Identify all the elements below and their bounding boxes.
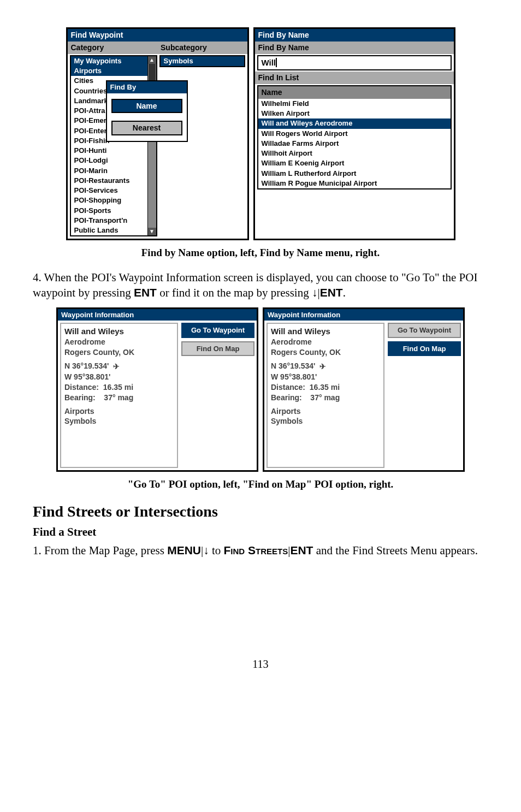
list-item[interactable]: Willadae Farms Airport <box>258 139 451 149</box>
waypoint-info-screen-goto: Waypoint Information Will and Wileys Aer… <box>56 307 258 472</box>
waypoint-county: Rogers County, OK <box>271 347 380 358</box>
airport-icon: ✈ <box>317 361 326 372</box>
search-value: Will <box>262 58 276 67</box>
scroll-down-icon[interactable]: ▼ <box>148 228 156 235</box>
list-item[interactable]: POI-Sports <box>71 206 147 216</box>
waypoint-name: Will and Wileys <box>271 326 380 337</box>
figure1-caption: Find by Name option, left, Find by Name … <box>33 246 488 260</box>
find-by-nearest-button[interactable]: Nearest <box>111 121 182 135</box>
waypoint-details: Will and Wileys Aerodrome Rogers County,… <box>60 323 178 468</box>
waypoint-details: Will and Wileys Aerodrome Rogers County,… <box>267 323 384 468</box>
step-4-text: 4. When the POI's Waypoint Information s… <box>33 270 488 301</box>
list-item[interactable]: POI-Restaurants <box>71 176 147 186</box>
list-item[interactable]: Wilhelmi Field <box>258 99 451 109</box>
list-item[interactable]: Wilken Airport <box>258 109 451 118</box>
list-item[interactable]: Symbols <box>161 56 244 66</box>
airport-icon: ✈ <box>111 361 120 372</box>
waypoint-sub: Aerodrome <box>271 337 380 347</box>
list-item[interactable]: Willhoit Airport <box>258 149 451 158</box>
search-input[interactable]: Will <box>257 55 452 70</box>
find-in-list-label: Find In List <box>255 72 454 84</box>
go-to-waypoint-button[interactable]: Go To Waypoint <box>181 323 254 338</box>
go-to-waypoint-button[interactable]: Go To Waypoint <box>388 323 461 338</box>
window-title: Waypoint Information <box>264 309 463 321</box>
waypoint-lat: N 36°19.534' <box>64 361 109 370</box>
waypoint-sub: Aerodrome <box>64 337 174 347</box>
waypoint-category: Airports <box>64 406 174 417</box>
find-by-name-button[interactable]: Name <box>111 99 182 114</box>
waypoint-name: Will and Wileys <box>64 326 174 337</box>
results-list[interactable]: Name Wilhelmi Field Wilken Airport Will … <box>257 85 452 189</box>
list-item[interactable]: My Waypoints <box>71 56 147 66</box>
find-by-popup: Find By Name Nearest <box>106 80 188 142</box>
list-item[interactable]: William R Pogue Municipal Airport <box>258 179 451 188</box>
window-title: Find Waypoint <box>68 29 247 42</box>
page-number: 113 <box>33 657 488 672</box>
find-by-name-screen: Find By Name Find By Name Will Find In L… <box>253 27 455 240</box>
waypoint-category: Airports <box>271 406 380 417</box>
waypoint-county: Rogers County, OK <box>64 347 174 358</box>
list-item[interactable]: POI-Lodgi <box>71 156 147 165</box>
waypoint-lon: W 95°38.801' <box>64 372 174 382</box>
list-item[interactable]: Will Rogers World Airport <box>258 129 451 139</box>
scroll-up-icon[interactable]: ▲ <box>148 56 156 64</box>
subsection-heading: Find a Street <box>33 524 488 540</box>
list-item[interactable]: William E Koenig Airport <box>258 158 451 168</box>
subcategory-list[interactable]: Symbols <box>159 55 245 67</box>
find-waypoint-screen: Find Waypoint Category Subcategory My Wa… <box>66 27 249 240</box>
waypoint-subcategory: Symbols <box>64 416 174 426</box>
popup-title: Find By <box>107 81 187 93</box>
find-on-map-button[interactable]: Find On Map <box>388 341 461 357</box>
list-item[interactable]: POI-Transport'n <box>71 216 147 226</box>
waypoint-subcategory: Symbols <box>271 416 380 426</box>
waypoint-lon: W 95°38.801' <box>271 372 380 382</box>
list-item[interactable]: POI-Shopping <box>71 195 147 205</box>
step-1-text: 1. From the Map Page, press MENU|↓ to Fi… <box>33 543 488 558</box>
section-heading: Find Streets or Intersections <box>33 501 488 522</box>
figure2-caption: "Go To" POI option, left, "Find on Map" … <box>33 477 488 491</box>
window-title: Waypoint Information <box>58 309 257 321</box>
waypoint-info-screen-findmap: Waypoint Information Will and Wileys Aer… <box>263 307 465 472</box>
category-header: Category <box>68 42 158 54</box>
subcategory-header: Subcategory <box>157 42 247 54</box>
list-item[interactable]: POI-Services <box>71 186 147 195</box>
name-column-header: Name <box>258 86 451 99</box>
list-item[interactable]: Will and Wileys Aerodrome <box>258 118 451 128</box>
list-item[interactable]: Public Lands <box>71 226 147 235</box>
waypoint-lat: N 36°19.534' <box>271 361 315 370</box>
list-item[interactable]: POI-Marin <box>71 166 147 176</box>
list-item[interactable]: William L Rutherford Airport <box>258 169 451 179</box>
list-item[interactable]: POI-Hunti <box>71 146 147 156</box>
subtitle-label: Find By Name <box>255 42 454 54</box>
window-title: Find By Name <box>255 29 454 42</box>
list-item[interactable]: Airports <box>71 66 147 76</box>
find-on-map-button[interactable]: Find On Map <box>181 341 254 357</box>
